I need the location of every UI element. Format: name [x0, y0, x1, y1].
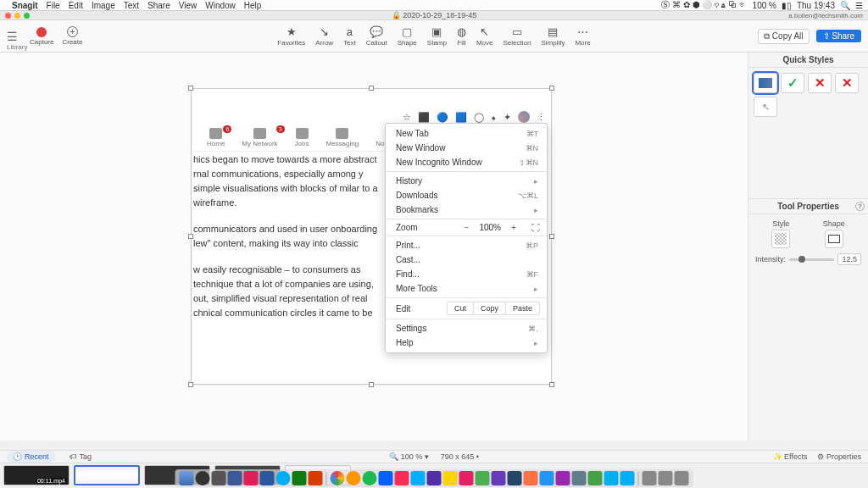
- dock-app[interactable]: [556, 471, 570, 485]
- menu-edit[interactable]: Edit: [69, 1, 83, 10]
- clock[interactable]: Thu 19:43: [797, 1, 835, 10]
- menu-settings[interactable]: Settings⌘,: [386, 321, 547, 336]
- effects-toggle[interactable]: ✨ Effects: [773, 452, 808, 461]
- quick-style-tile[interactable]: ✕: [835, 73, 859, 93]
- tool-simplify[interactable]: ▤Simplify: [541, 25, 565, 47]
- tool-callout[interactable]: 💬Callout: [366, 25, 387, 47]
- dock-app[interactable]: [588, 471, 603, 485]
- menu-share[interactable]: Share: [147, 1, 170, 10]
- copy-all-button[interactable]: ⧉Copy All: [758, 29, 810, 44]
- dock-app[interactable]: [492, 471, 506, 485]
- dock-app[interactable]: [675, 471, 689, 485]
- tool-selection[interactable]: ▭Selection: [504, 25, 531, 47]
- canvas-area[interactable]: ☆ ⬛ 🔵 🟦 ◯ ⬥ ✦ ⋮ Home6 My Network3 Jobs M…: [0, 53, 748, 441]
- nav-messaging[interactable]: Messaging: [326, 128, 359, 147]
- nav-jobs[interactable]: Jobs: [295, 128, 309, 147]
- crop-handle[interactable]: [549, 234, 554, 239]
- maximize-icon[interactable]: [24, 13, 30, 19]
- menu-image[interactable]: Image: [92, 1, 115, 10]
- dock-app[interactable]: [347, 471, 361, 485]
- menu-downloads[interactable]: Downloads⌥⌘L: [386, 188, 547, 202]
- dock-app[interactable]: [604, 471, 619, 485]
- crop-handle[interactable]: [549, 86, 554, 91]
- menu-print[interactable]: Print...⌘P: [386, 238, 547, 252]
- minimize-icon[interactable]: [14, 13, 20, 19]
- dock-app[interactable]: [540, 471, 554, 485]
- dock-app[interactable]: [309, 471, 323, 485]
- menu-find[interactable]: Find...⌘F: [386, 267, 547, 281]
- app-name[interactable]: Snagit: [12, 1, 38, 10]
- menu-bookmarks[interactable]: Bookmarks▸: [386, 202, 547, 217]
- mac-dock[interactable]: [175, 469, 693, 487]
- status-icons[interactable]: Ⓢ ⌘ ✿ ⬢ ⚪ ♡ ⏏ ⧉ ᯤ: [661, 0, 747, 11]
- menu-help[interactable]: Help▸: [386, 336, 547, 350]
- captured-image[interactable]: ☆ ⬛ 🔵 🟦 ◯ ⬥ ✦ ⋮ Home6 My Network3 Jobs M…: [191, 88, 552, 385]
- dock-app[interactable]: [244, 471, 259, 485]
- ext-icon[interactable]: 🟦: [455, 112, 467, 123]
- fullscreen-icon[interactable]: ⛶: [531, 223, 540, 232]
- dock-app[interactable]: [228, 471, 242, 485]
- dock-app[interactable]: [331, 471, 345, 485]
- tool-stamp[interactable]: ▣Stamp: [427, 25, 447, 47]
- ext-icon[interactable]: 🔵: [437, 112, 448, 123]
- menu-window[interactable]: Window: [205, 1, 236, 10]
- dock-app[interactable]: [379, 471, 393, 485]
- edit-paste[interactable]: Paste: [506, 302, 539, 314]
- dock-app[interactable]: [395, 471, 409, 485]
- shape-selector[interactable]: [825, 230, 843, 248]
- help-icon[interactable]: ?: [855, 202, 865, 211]
- star-icon[interactable]: ☆: [403, 112, 411, 123]
- traffic-lights[interactable]: [5, 13, 30, 19]
- edit-copy[interactable]: Copy: [474, 302, 506, 314]
- tool-fill[interactable]: ◍Fill: [457, 25, 466, 47]
- quick-style-tile[interactable]: ✕: [808, 73, 832, 93]
- crop-handle[interactable]: [369, 382, 374, 387]
- share-button[interactable]: ⇧ Share: [816, 30, 861, 42]
- dock-app[interactable]: [524, 471, 538, 485]
- tool-text[interactable]: aText: [343, 25, 356, 47]
- style-selector[interactable]: [771, 230, 790, 248]
- tool-favorites[interactable]: ★Favorites: [277, 25, 305, 47]
- tool-move[interactable]: ↖Move: [476, 25, 493, 47]
- account-label[interactable]: a.bollen@techsmith.com: [788, 12, 863, 19]
- crop-handle[interactable]: [369, 86, 374, 91]
- close-icon[interactable]: [5, 13, 11, 19]
- tool-shape[interactable]: ▢Shape: [398, 25, 417, 47]
- menu-new-incognito[interactable]: New Incognito Window⇧⌘N: [386, 155, 547, 169]
- zoom-indicator[interactable]: 🔍 100 % ▾: [389, 452, 429, 461]
- hamburger-icon[interactable]: ☰: [7, 30, 18, 43]
- ext-icon[interactable]: ⬥: [491, 112, 497, 122]
- zoom-out-button[interactable]: −: [462, 223, 470, 232]
- dock-app[interactable]: [659, 471, 673, 485]
- dock-app[interactable]: [459, 471, 474, 485]
- thumbnail[interactable]: 00:11.mp4: [3, 465, 70, 485]
- dock-app[interactable]: [363, 471, 377, 485]
- menu-cast[interactable]: Cast...: [386, 252, 547, 267]
- tool-arrow[interactable]: ↘Arrow: [315, 25, 333, 47]
- thumbnail[interactable]: [74, 465, 140, 485]
- zoom-in-button[interactable]: +: [509, 223, 518, 232]
- control-center-icon[interactable]: ☰: [855, 1, 863, 10]
- crop-handle[interactable]: [188, 86, 193, 91]
- ext-icon[interactable]: ⬛: [418, 112, 430, 123]
- dock-app[interactable]: [643, 471, 657, 485]
- tool-more[interactable]: ⋯More: [575, 25, 590, 47]
- dock-app[interactable]: [476, 471, 490, 485]
- nav-network[interactable]: My Network3: [242, 128, 277, 147]
- dock-app[interactable]: [427, 471, 442, 485]
- dock-app[interactable]: [508, 471, 522, 485]
- quick-style-tile[interactable]: [754, 73, 777, 93]
- create-button[interactable]: +Create: [62, 26, 82, 46]
- menu-view[interactable]: View: [179, 1, 198, 10]
- ext-icon[interactable]: ◯: [474, 112, 484, 123]
- dock-app[interactable]: [260, 471, 275, 485]
- dock-app[interactable]: [292, 471, 307, 485]
- intensity-slider[interactable]: [789, 258, 834, 261]
- menu-more-tools[interactable]: More Tools▸: [386, 281, 547, 296]
- dock-app[interactable]: [212, 471, 226, 485]
- library-label[interactable]: Library: [7, 43, 27, 51]
- crop-handle[interactable]: [549, 382, 554, 387]
- search-icon[interactable]: 🔍: [840, 1, 850, 10]
- crop-handle[interactable]: [188, 382, 193, 387]
- intensity-value[interactable]: 12,5: [837, 253, 861, 265]
